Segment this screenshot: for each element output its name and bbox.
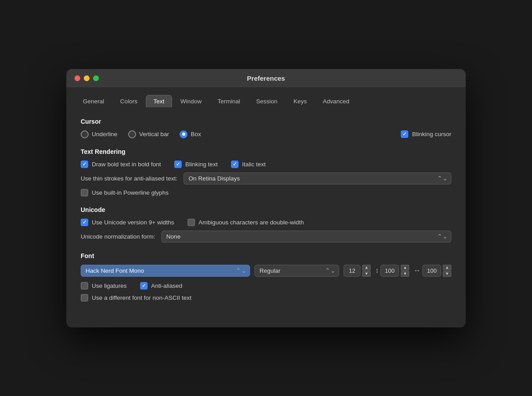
italic-text-checkbox[interactable]: ✓ Italic text [231,161,266,168]
tab-terminal[interactable]: Terminal [210,95,248,107]
blinking-cursor-area: ✓ Blinking cursor [401,130,451,138]
line-height-stepper: ▲ ▼ [401,265,409,277]
font-style-select[interactable]: Regular Bold Italic Bold Italic [254,265,339,277]
unicode-normalization-select-wrapper: None NFC NFD NFKC NFKD ⌃⌄ [161,231,451,243]
anti-aliased-checkbox-box[interactable]: ✓ [140,282,148,290]
window-title: Preferences [247,74,285,82]
cursor-box-radio[interactable] [180,130,188,138]
ligatures-checkbox[interactable]: Use ligatures [81,282,127,290]
diff-font-label: Use a different font for non-ASCII text [92,294,192,301]
ambiguous-double-checkbox-box[interactable] [188,219,195,226]
text-rendering-title: Text Rendering [81,148,451,155]
unicode-normalization-label: Unicode normalization form: [81,233,155,240]
line-height-up-button[interactable]: ▲ [401,265,409,271]
tab-session[interactable]: Session [249,95,285,107]
unicode-widths-checkmark: ✓ [82,220,86,225]
powerline-checkbox-box[interactable] [81,189,88,196]
diff-font-checkbox-box[interactable] [81,294,88,302]
font-size-input[interactable] [344,265,360,277]
cursor-underline-radio[interactable] [81,130,89,138]
blinking-text-checkbox-box[interactable]: ✓ [174,161,182,168]
thin-strokes-label: Use thin strokes for anti-aliased text: [81,175,177,182]
font-controls-row: Hack Nerd Font Mono ⌃⌄ Regular Bold Ital… [81,265,451,277]
char-spacing-group: ↔ ▲ ▼ [414,265,451,277]
tab-advanced[interactable]: Advanced [315,95,357,107]
bold-text-checkbox-box[interactable]: ✓ [81,161,88,168]
italic-text-checkbox-box[interactable]: ✓ [231,161,239,168]
ligatures-label: Use ligatures [92,282,127,289]
ambiguous-double-checkbox[interactable]: Ambiguous characters are double-width [188,219,304,226]
ligatures-checkbox-box[interactable] [81,282,88,290]
cursor-underline-label: Underline [92,131,117,137]
tab-window[interactable]: Window [173,95,209,107]
blinking-text-label: Blinking text [185,161,218,168]
text-rendering-section: Text Rendering ✓ Draw bold text in bold … [81,148,451,196]
font-section: Font Hack Nerd Font Mono ⌃⌄ Regular Bold [81,252,451,302]
minimize-button[interactable] [84,75,90,81]
text-rendering-checkboxes-row: ✓ Draw bold text in bold font ✓ Blinking… [81,161,451,168]
cursor-box-label: Box [191,131,201,137]
close-button[interactable] [74,75,80,81]
blinking-cursor-checkmark: ✓ [403,132,407,137]
window-container: Preferences General Colors Text Window T… [66,69,466,327]
bold-text-label: Draw bold text in bold font [92,161,161,168]
font-size-down-button[interactable]: ▼ [362,271,371,277]
content-area: Cursor Underline Vertical b [66,107,466,327]
title-bar: Preferences [66,69,466,88]
cursor-underline[interactable]: Underline [81,130,117,138]
char-spacing-input[interactable] [422,265,441,277]
cursor-section-title: Cursor [81,118,451,125]
line-height-icon: ↕ [375,267,379,274]
blinking-cursor-checkbox-box[interactable]: ✓ [401,130,408,138]
font-title: Font [81,252,451,259]
unicode-widths-checkbox[interactable]: ✓ Use Unicode version 9+ widths [81,219,174,226]
font-family-wrapper: Hack Nerd Font Mono ⌃⌄ [81,265,250,277]
ambiguous-double-label: Ambiguous characters are double-width [199,219,304,226]
italic-text-checkmark: ✓ [233,162,237,167]
unicode-widths-label: Use Unicode version 9+ widths [92,219,174,226]
powerline-checkbox[interactable]: Use built-in Powerline glyphs [81,189,451,196]
char-spacing-up-button[interactable]: ▲ [443,265,451,271]
unicode-normalization-select[interactable]: None NFC NFD NFKC NFKD [161,231,451,243]
font-style-wrapper: Regular Bold Italic Bold Italic ⌃⌄ [254,265,339,277]
font-size-stepper: ▲ ▼ [362,265,371,277]
char-spacing-icon: ↔ [414,267,421,274]
anti-aliased-checkmark: ✓ [142,283,146,288]
tab-general[interactable]: General [75,95,112,107]
line-height-down-button[interactable]: ▼ [401,271,409,277]
cursor-vertical-bar[interactable]: Vertical bar [128,130,169,138]
bold-text-checkbox[interactable]: ✓ Draw bold text in bold font [81,161,161,168]
unicode-section: Unicode ✓ Use Unicode version 9+ widths … [81,206,451,243]
anti-aliased-checkbox[interactable]: ✓ Anti-aliased [140,282,183,290]
unicode-checkboxes-row: ✓ Use Unicode version 9+ widths Ambiguou… [81,219,451,226]
bold-text-checkmark: ✓ [82,162,86,167]
font-size-up-button[interactable]: ▲ [362,265,371,271]
font-family-select[interactable]: Hack Nerd Font Mono [81,265,250,277]
cursor-box-radio-inner [182,133,185,136]
char-spacing-stepper: ▲ ▼ [443,265,451,277]
char-spacing-down-button[interactable]: ▼ [443,271,451,277]
cursor-vertical-bar-radio[interactable] [128,130,136,138]
tab-bar: General Colors Text Window Terminal Sess… [66,88,466,107]
traffic-lights [74,75,99,81]
blinking-cursor-checkbox[interactable]: ✓ Blinking cursor [401,130,451,138]
tab-colors[interactable]: Colors [113,95,145,107]
diff-font-checkbox[interactable]: Use a different font for non-ASCII text [81,294,451,302]
unicode-title: Unicode [81,206,451,213]
unicode-widths-checkbox-box[interactable]: ✓ [81,219,88,226]
blinking-text-checkmark: ✓ [176,162,180,167]
tab-text[interactable]: Text [146,95,172,107]
thin-strokes-select[interactable]: On Retina Displays Always Never [184,173,451,184]
powerline-label: Use built-in Powerline glyphs [92,189,168,196]
font-size-control: ▲ ▼ [344,265,371,277]
maximize-button[interactable] [93,75,99,81]
cursor-section: Cursor Underline Vertical b [81,118,451,138]
tab-keys[interactable]: Keys [286,95,314,107]
cursor-vertical-bar-label: Vertical bar [139,131,169,137]
line-height-input[interactable] [380,265,399,277]
blinking-text-checkbox[interactable]: ✓ Blinking text [174,161,218,168]
blinking-cursor-label: Blinking cursor [412,131,451,137]
italic-text-label: Italic text [242,161,266,168]
thin-strokes-select-wrapper: On Retina Displays Always Never ⌃⌄ [184,173,451,184]
cursor-box[interactable]: Box [180,130,201,138]
